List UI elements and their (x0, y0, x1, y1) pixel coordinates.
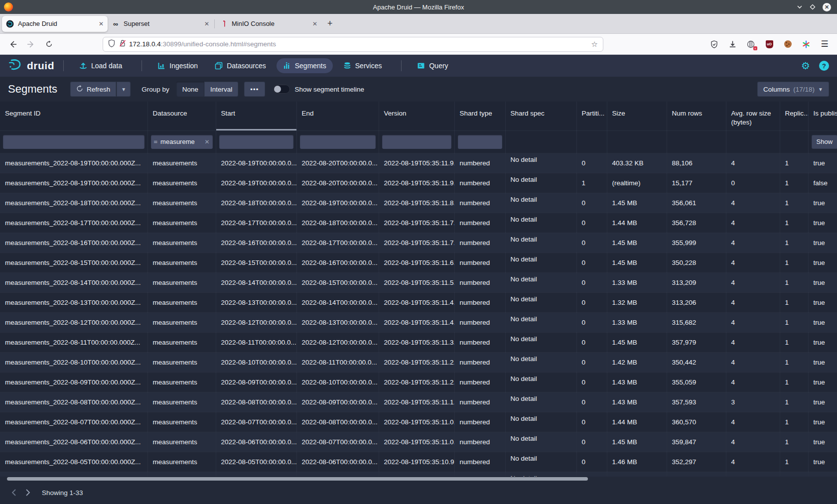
cell-size[interactable]: (realtime) (607, 173, 667, 193)
nav-item-segments[interactable]: Segments (277, 58, 333, 73)
cell-avg-row-size[interactable]: 4 (726, 292, 780, 312)
cell-replicas[interactable]: 1 (780, 392, 808, 412)
cell-version[interactable]: 2022-08-19T05:35:11.9... (379, 173, 454, 193)
cell-is-published[interactable]: true (808, 272, 837, 292)
previous-page-icon[interactable] (7, 486, 21, 500)
tab-minio-console[interactable]: MinIO Console ✕ (216, 16, 321, 32)
cell-shard-type[interactable]: numbered (454, 233, 505, 252)
cell-size[interactable]: 1.45 MB (607, 332, 667, 352)
refresh-button[interactable]: Refresh (70, 82, 116, 97)
scrollbar-thumb[interactable] (7, 477, 588, 481)
cell-start[interactable] (216, 472, 296, 477)
cell-start[interactable]: 2022-08-16T00:00:00.0... (216, 233, 296, 252)
insecure-lock-icon[interactable] (119, 39, 126, 49)
datasource-filter-chip[interactable]: =measureme✕ (151, 135, 213, 149)
cell-version[interactable]: 2022-08-19T05:35:11.7... (379, 233, 454, 252)
cell-end[interactable] (296, 472, 379, 477)
cell-avg-row-size[interactable] (726, 472, 780, 477)
table-row[interactable]: measurements_2022-08-10T00:00:00.000Z...… (0, 352, 837, 372)
cell-shard-type[interactable]: numbered (454, 213, 505, 233)
cell-is-published[interactable] (808, 472, 837, 477)
cell-shard-spec[interactable]: No detail (505, 452, 576, 472)
cell-start[interactable]: 2022-08-18T00:00:00.0... (216, 193, 296, 213)
tab-apache-druid[interactable]: Apache Druid ✕ (2, 16, 108, 32)
cell-partition[interactable]: 0 (576, 252, 607, 272)
next-page-icon[interactable] (21, 486, 35, 500)
column-header[interactable]: Version (379, 102, 454, 130)
cell-num-rows[interactable] (667, 472, 726, 477)
cell-is-published[interactable]: true (808, 452, 837, 472)
tab-close-icon[interactable]: ✕ (312, 20, 317, 27)
table-row[interactable]: measurements_2022-08-08T00:00:00.000Z...… (0, 392, 837, 412)
cell-segment-id[interactable]: measurements_2022-08-13T00:00:00.000Z... (0, 292, 147, 312)
column-header[interactable]: Is published (808, 102, 837, 130)
cell-partition[interactable]: 0 (576, 312, 607, 332)
cell-num-rows[interactable]: 352,297 (667, 452, 726, 472)
cell-end[interactable]: 2022-08-14T00:00:00.0... (296, 292, 379, 312)
cell-partition[interactable]: 0 (576, 272, 607, 292)
cell-replicas[interactable]: 1 (780, 312, 808, 332)
horizontal-scrollbar[interactable] (0, 477, 837, 482)
remove-filter-icon[interactable]: ✕ (204, 138, 209, 145)
cell-end[interactable]: 2022-08-18T00:00:00.0... (296, 213, 379, 233)
cell-datasource[interactable]: measurements (147, 213, 216, 233)
cell-start[interactable]: 2022-08-14T00:00:00.0... (216, 272, 296, 292)
cell-size[interactable] (607, 472, 667, 477)
column-filter-input[interactable] (458, 135, 502, 149)
cell-avg-row-size[interactable]: 4 (726, 272, 780, 292)
cell-datasource[interactable]: measurements (147, 412, 216, 432)
cell-num-rows[interactable]: 360,570 (667, 412, 726, 432)
cell-start[interactable]: 2022-08-10T00:00:00.0... (216, 352, 296, 372)
cell-size[interactable]: 1.45 MB (607, 193, 667, 213)
cell-end[interactable]: 2022-08-09T00:00:00.0... (296, 392, 379, 412)
cell-avg-row-size[interactable]: 4 (726, 412, 780, 432)
cell-is-published[interactable]: false (808, 173, 837, 193)
cell-end[interactable]: 2022-08-16T00:00:00.0... (296, 252, 379, 272)
cell-segment-id[interactable]: measurements_2022-08-10T00:00:00.000Z... (0, 352, 147, 372)
cell-datasource[interactable]: measurements (147, 233, 216, 252)
gear-icon[interactable]: ⚙ (801, 61, 810, 71)
column-header[interactable]: Shard spec (505, 102, 576, 130)
cell-start[interactable]: 2022-08-09T00:00:00.0... (216, 372, 296, 392)
cell-size[interactable]: 403.32 KB (607, 153, 667, 173)
column-filter-input[interactable] (219, 135, 293, 149)
table-row[interactable]: measurements_2022-08-15T00:00:00.000Z...… (0, 252, 837, 272)
cell-start[interactable]: 2022-08-08T00:00:00.0... (216, 392, 296, 412)
cell-avg-row-size[interactable]: 4 (726, 432, 780, 452)
cell-size[interactable]: 1.32 MB (607, 292, 667, 312)
cell-version[interactable]: 2022-08-19T05:35:11.7... (379, 213, 454, 233)
cell-version[interactable]: 2022-08-19T05:35:11.4... (379, 312, 454, 332)
column-header[interactable]: Start (216, 102, 296, 130)
table-row[interactable]: measurements_2022-08-07T00:00:00.000Z...… (0, 412, 837, 432)
downloads-icon[interactable] (728, 40, 737, 49)
cell-avg-row-size[interactable]: 4 (726, 252, 780, 272)
close-icon[interactable]: ✕ (823, 3, 831, 11)
tab-close-icon[interactable]: ✕ (99, 20, 104, 27)
cell-is-published[interactable]: true (808, 292, 837, 312)
cell-version[interactable]: 2022-08-19T05:35:11.0... (379, 432, 454, 452)
maximize-icon[interactable] (810, 4, 816, 10)
cell-shard-type[interactable]: numbered (454, 153, 505, 173)
cell-shard-type[interactable]: numbered (454, 412, 505, 432)
cell-shard-spec[interactable]: No detail (505, 352, 576, 372)
cell-num-rows[interactable]: 355,059 (667, 372, 726, 392)
cell-datasource[interactable] (147, 472, 216, 477)
cell-start[interactable]: 2022-08-06T00:00:00.0... (216, 432, 296, 452)
cell-version[interactable]: 2022-08-19T05:35:10.9... (379, 452, 454, 472)
nav-item-load-data[interactable]: Load data (73, 58, 129, 73)
column-header[interactable]: Shard type (454, 102, 505, 130)
cell-datasource[interactable]: measurements (147, 392, 216, 412)
cell-datasource[interactable]: measurements (147, 372, 216, 392)
cell-segment-id[interactable]: measurements_2022-08-14T00:00:00.000Z... (0, 272, 147, 292)
cell-avg-row-size[interactable]: 4 (726, 352, 780, 372)
cell-shard-spec[interactable]: No detail (505, 472, 576, 477)
cell-datasource[interactable]: measurements (147, 173, 216, 193)
cell-partition[interactable]: 0 (576, 292, 607, 312)
cell-shard-spec[interactable]: No detail (505, 312, 576, 332)
nav-item-datasources[interactable]: Datasources (208, 58, 273, 73)
cell-replicas[interactable] (780, 472, 808, 477)
group-by-none-button[interactable]: None (176, 82, 204, 97)
cell-version[interactable]: 2022-08-19T05:35:11.5... (379, 272, 454, 292)
cell-is-published[interactable]: true (808, 153, 837, 173)
cell-is-published[interactable]: true (808, 412, 837, 432)
